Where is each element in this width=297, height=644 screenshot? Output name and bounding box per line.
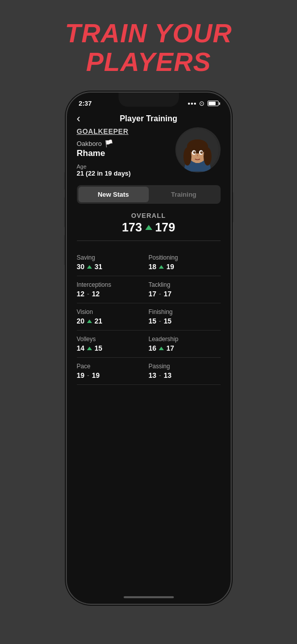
stat-name: Pace	[77, 363, 149, 370]
side-button-vol-down	[64, 235, 66, 265]
stat-item-interceptions: Interceptions 12 - 12	[77, 276, 149, 303]
svg-point-11	[194, 151, 195, 152]
signal-dot-2	[191, 103, 193, 105]
svg-point-9	[193, 151, 196, 153]
tab-training[interactable]: Training	[149, 187, 219, 202]
stat-values: 13 - 13	[149, 371, 221, 379]
stat-old: 15	[149, 317, 157, 325]
stat-old: 18	[149, 263, 157, 271]
stat-item-finishing: Finishing 15 - 15	[149, 303, 221, 331]
flag-icon: 🏳️	[105, 139, 113, 147]
stat-item-leadership: Leadership 16 17	[149, 331, 221, 358]
headline-line1: TRAIN YOUR	[65, 19, 232, 48]
overall-label: OVERALL	[77, 212, 221, 219]
svg-point-5	[183, 147, 191, 166]
stat-dash: -	[87, 371, 89, 379]
side-button-vol-up	[64, 197, 66, 227]
stat-dash: -	[159, 290, 161, 298]
stat-name: Volleys	[77, 336, 149, 343]
overall-old: 173	[122, 220, 142, 234]
battery-fill	[209, 102, 216, 105]
stat-name: Vision	[77, 308, 149, 315]
stat-name: Tackling	[149, 281, 221, 288]
headline-line2: PLAYERS	[86, 47, 211, 76]
back-button[interactable]: ‹	[77, 112, 80, 125]
club-name: Oakboro	[77, 140, 102, 147]
player-name: Rhame	[77, 148, 175, 158]
svg-point-6	[204, 147, 212, 166]
overall-arrow-up	[145, 225, 152, 230]
notch	[119, 93, 179, 107]
stat-old: 12	[77, 290, 85, 298]
signal-dots	[188, 103, 196, 105]
phone-shell: 2:37 ⊙ ‹ Player Training	[66, 92, 232, 605]
status-time: 2:37	[79, 100, 92, 107]
side-button-power	[232, 192, 234, 222]
overall-section: OVERALL 173 179	[77, 212, 221, 241]
stat-old: 30	[77, 263, 85, 271]
stat-values: 14 15	[77, 344, 149, 352]
stat-name: Finishing	[149, 308, 221, 315]
home-indicator	[67, 594, 231, 604]
stat-new: 15	[164, 317, 172, 325]
age-label: Age	[77, 164, 175, 170]
stat-old: 17	[149, 290, 157, 298]
stat-values: 20 21	[77, 317, 149, 325]
status-icons: ⊙	[188, 100, 219, 107]
home-bar	[124, 596, 174, 598]
stat-new: 19	[166, 263, 174, 271]
stat-name: Passing	[149, 363, 221, 370]
stat-dash: -	[87, 290, 89, 298]
stats-grid: Saving 30 31 Positioning 18 19 Intercept…	[77, 249, 221, 385]
stat-old: 19	[77, 371, 85, 379]
stat-new: 15	[94, 344, 103, 352]
stat-item-passing: Passing 13 - 13	[149, 358, 221, 385]
player-avatar	[175, 127, 221, 173]
stat-new: 17	[164, 290, 172, 298]
stat-values: 19 - 19	[77, 371, 149, 379]
nav-bar: ‹ Player Training	[67, 110, 231, 127]
stat-new: 13	[164, 371, 172, 379]
signal-dot-1	[188, 103, 190, 105]
tab-new-stats[interactable]: New Stats	[78, 187, 149, 202]
side-button-mute	[64, 172, 66, 190]
wifi-icon: ⊙	[199, 100, 205, 107]
tabs: New Stats Training	[77, 185, 221, 204]
avatar-svg	[176, 129, 219, 172]
club-row: Oakboro 🏳️	[77, 139, 175, 147]
stat-old: 20	[77, 317, 85, 325]
stat-values: 15 - 15	[149, 317, 221, 325]
player-details: GOALKEEPER Oakboro 🏳️ Rhame Age 21 (22 i…	[77, 127, 175, 177]
stat-arrow-up	[87, 347, 92, 350]
stat-new: 19	[92, 371, 100, 379]
stat-arrow-up	[87, 265, 92, 269]
overall-new: 179	[155, 220, 175, 234]
stat-item-pace: Pace 19 - 19	[77, 358, 149, 385]
stat-item-positioning: Positioning 18 19	[149, 249, 221, 276]
stat-name: Positioning	[149, 254, 221, 261]
content-area: GOALKEEPER Oakboro 🏳️ Rhame Age 21 (22 i…	[67, 127, 231, 594]
stat-item-vision: Vision 20 21	[77, 303, 149, 331]
battery-icon	[208, 101, 219, 106]
age-value: 21 (22 in 19 days)	[77, 170, 175, 177]
stat-item-tackling: Tackling 17 - 17	[149, 276, 221, 303]
stat-values: 17 - 17	[149, 290, 221, 298]
stat-item-volleys: Volleys 14 15	[77, 331, 149, 358]
stat-arrow-up	[87, 319, 92, 323]
main-headline: TRAIN YOUR PLAYERS	[65, 19, 232, 76]
stat-new: 21	[94, 317, 103, 325]
stat-old: 16	[149, 344, 157, 352]
stat-dash: -	[159, 371, 161, 379]
stat-arrow-up	[159, 265, 164, 269]
screen: 2:37 ⊙ ‹ Player Training	[67, 93, 231, 604]
player-info: GOALKEEPER Oakboro 🏳️ Rhame Age 21 (22 i…	[77, 127, 221, 177]
nav-title: Player Training	[120, 114, 177, 123]
stat-old: 14	[77, 344, 85, 352]
svg-point-10	[201, 151, 203, 153]
stat-dash: -	[159, 317, 161, 325]
stat-old: 13	[149, 371, 157, 379]
stat-name: Saving	[77, 254, 149, 261]
stat-values: 16 17	[149, 344, 221, 352]
stat-name: Interceptions	[77, 281, 149, 288]
position-label: GOALKEEPER	[77, 127, 175, 135]
